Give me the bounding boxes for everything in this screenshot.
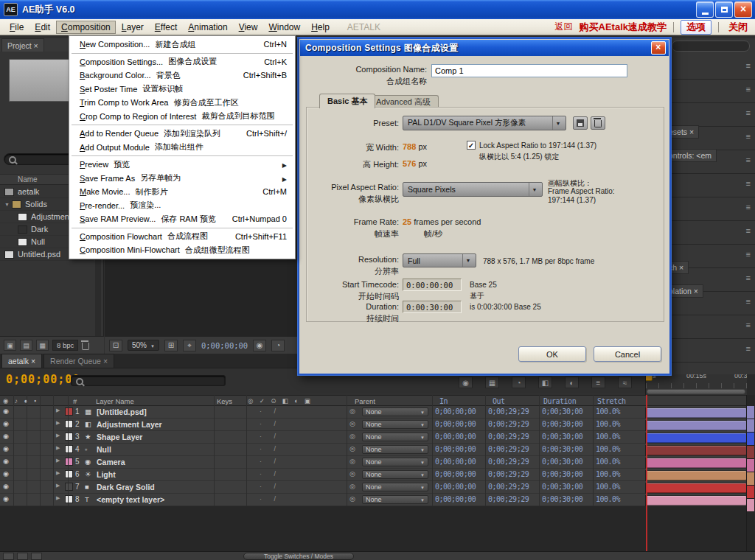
eye-icon[interactable]: [3, 495, 9, 503]
layer-name[interactable]: [Untitled.psd]: [97, 407, 147, 416]
layer-row[interactable]: 6 ☀ Light · / None 0;00;00;00 0;00;29;29…: [0, 469, 746, 481]
playhead-line[interactable]: [646, 395, 647, 551]
eye-icon[interactable]: [3, 407, 9, 415]
eye-icon[interactable]: [3, 445, 9, 452]
parent-pickwhip-icon[interactable]: [349, 470, 355, 477]
layer-row[interactable]: 2 ◧ Adjustment Layer · / None 0;00;00;00…: [0, 419, 746, 431]
ok-button[interactable]: OK: [518, 346, 586, 362]
layer-duration-bar[interactable]: [647, 496, 746, 505]
tab-composition-aetalk[interactable]: aetalk ×: [1, 354, 42, 368]
column-in[interactable]: In: [439, 397, 448, 405]
stretch-value[interactable]: 100.0%: [596, 445, 620, 453]
menu-item[interactable]: Save Frame As 另存单帧为: [70, 172, 294, 186]
column-keys[interactable]: Keys: [217, 397, 232, 405]
frame-blend-icon[interactable]: ◧: [538, 377, 552, 388]
eye-icon[interactable]: [3, 483, 9, 490]
expander-icon[interactable]: [56, 407, 60, 413]
column-duration[interactable]: Duration: [543, 397, 576, 405]
in-value[interactable]: 0;00;00;00: [435, 445, 476, 453]
menu-item[interactable]: Make Movie... 制作影片 Ctrl+M: [70, 185, 294, 199]
menubar-item-layer[interactable]: Layer: [116, 21, 149, 34]
in-value[interactable]: 0;00;00;00: [435, 407, 476, 416]
in-value[interactable]: 0;00;00;00: [435, 458, 476, 466]
layer-switches[interactable]: · /: [260, 470, 281, 477]
menu-item[interactable]: Save RAM Preview... 保存 RAM 预览 Ctrl+Numpa…: [70, 212, 294, 226]
layer-duration-bar[interactable]: [647, 483, 746, 493]
close-button[interactable]: [734, 1, 752, 18]
brainstorm-icon[interactable]: ≡: [591, 377, 605, 388]
timeline-search-input[interactable]: [71, 375, 226, 386]
minimize-button[interactable]: [696, 1, 714, 18]
layer-duration-bar[interactable]: [647, 408, 746, 418]
layer-switches[interactable]: · /: [260, 483, 281, 490]
width-value[interactable]: 788: [403, 142, 416, 151]
preset-dropdown[interactable]: PAL D1/DV Square Pixel 方形像素: [403, 116, 566, 130]
grid-guides-icon[interactable]: ⊞: [164, 340, 178, 351]
parent-pickwhip-icon[interactable]: [349, 407, 355, 415]
expander-icon[interactable]: [4, 202, 12, 207]
layer-row[interactable]: 5 ◉ Camera · / None 0;00;00;00 0;00;29;2…: [0, 456, 746, 469]
stretch-value[interactable]: 100.0%: [596, 470, 620, 478]
panel-header[interactable]: [661, 56, 755, 80]
camera-icon[interactable]: ◉: [253, 340, 266, 351]
in-value[interactable]: 0;00;00;00: [435, 470, 476, 478]
parent-pickwhip-icon[interactable]: [349, 495, 355, 503]
menubar-item-composition[interactable]: Composition: [56, 21, 116, 34]
duration-value[interactable]: 0;00;30;00: [542, 420, 582, 428]
framerate-value[interactable]: 25: [403, 217, 411, 226]
hide-shy-icon[interactable]: ◔: [512, 377, 526, 388]
duration-value[interactable]: 0;00;30;00: [542, 470, 582, 478]
work-area-bar[interactable]: [647, 389, 745, 394]
layer-name[interactable]: <empty text layer>: [97, 495, 164, 504]
menu-item[interactable]: New Composition... 新建合成组 Ctrl+N: [70, 38, 294, 52]
current-time-display[interactable]: 0;00;00;00: [6, 373, 80, 386]
column-number[interactable]: #: [73, 397, 77, 405]
layer-row[interactable]: 3 ★ Shape Layer · / None 0;00;00;00 0;00…: [0, 431, 746, 444]
height-value[interactable]: 576: [403, 159, 416, 168]
parent-dropdown[interactable]: None: [362, 483, 428, 491]
column-parent[interactable]: Parent: [355, 397, 375, 405]
menu-item[interactable]: Preview 预览: [70, 158, 294, 172]
stretch-value[interactable]: 100.0%: [596, 458, 620, 466]
expander-icon[interactable]: [56, 483, 60, 489]
stretch-value[interactable]: 100.0%: [596, 483, 620, 491]
label-color-chip[interactable]: [65, 433, 73, 441]
target-icon[interactable]: ⌖: [183, 340, 196, 351]
tab-basic[interactable]: Basic 基本: [319, 94, 375, 108]
in-value[interactable]: 0;00;00;00: [435, 483, 476, 491]
out-value[interactable]: 0;00;29;29: [488, 420, 529, 428]
duration-value[interactable]: 0;00;30;00: [542, 483, 582, 491]
layer-switches[interactable]: · /: [260, 495, 281, 503]
menubar-item-window[interactable]: Window: [263, 21, 305, 34]
buy-tutorial-link[interactable]: 购买AEtalk速成教学: [580, 21, 667, 34]
parent-dropdown[interactable]: None: [362, 445, 428, 454]
layer-name[interactable]: Light: [97, 470, 116, 479]
dock-search-input[interactable]: [672, 41, 750, 52]
menu-item[interactable]: Composition Flowchart 合成流程图 Ctrl+Shift+F…: [70, 230, 294, 244]
duration-field[interactable]: 0:00:30:00: [403, 301, 462, 313]
out-value[interactable]: 0;00;29;29: [488, 495, 529, 503]
panel-header[interactable]: [661, 221, 755, 245]
parent-dropdown[interactable]: None: [362, 470, 428, 479]
assistant-close-button[interactable]: 关闭: [726, 21, 751, 34]
duration-value[interactable]: 0;00;30;00: [542, 495, 582, 503]
expander-icon[interactable]: [56, 470, 60, 476]
menubar-item-help[interactable]: Help: [306, 21, 335, 34]
resolution-dropdown[interactable]: Full: [403, 253, 476, 267]
toggle-switches-modes-button[interactable]: Toggle Switches / Modes: [243, 553, 354, 560]
expander-icon[interactable]: [56, 495, 60, 501]
stretch-value[interactable]: 100.0%: [596, 420, 620, 428]
layer-duration-bar[interactable]: [647, 458, 746, 468]
menubar-item-file[interactable]: File: [4, 21, 29, 34]
layer-row[interactable]: 8 T <empty text layer> · / None 0;00;00;…: [0, 494, 746, 506]
layer-name[interactable]: Dark Gray Solid: [97, 483, 155, 491]
eye-icon[interactable]: [3, 420, 9, 427]
delete-preset-button[interactable]: [591, 116, 605, 130]
column-stretch[interactable]: Stretch: [597, 397, 626, 405]
lock-aspect-checkbox[interactable]: [467, 141, 476, 150]
bit-depth-indicator[interactable]: 8 bpc: [52, 340, 78, 351]
menu-item[interactable]: Set Poster Time 设置标识帧: [70, 83, 294, 97]
interpret-footage-icon[interactable]: ▣: [4, 340, 16, 351]
layer-duration-bar[interactable]: [647, 421, 746, 430]
label-color-chip[interactable]: [65, 445, 73, 453]
